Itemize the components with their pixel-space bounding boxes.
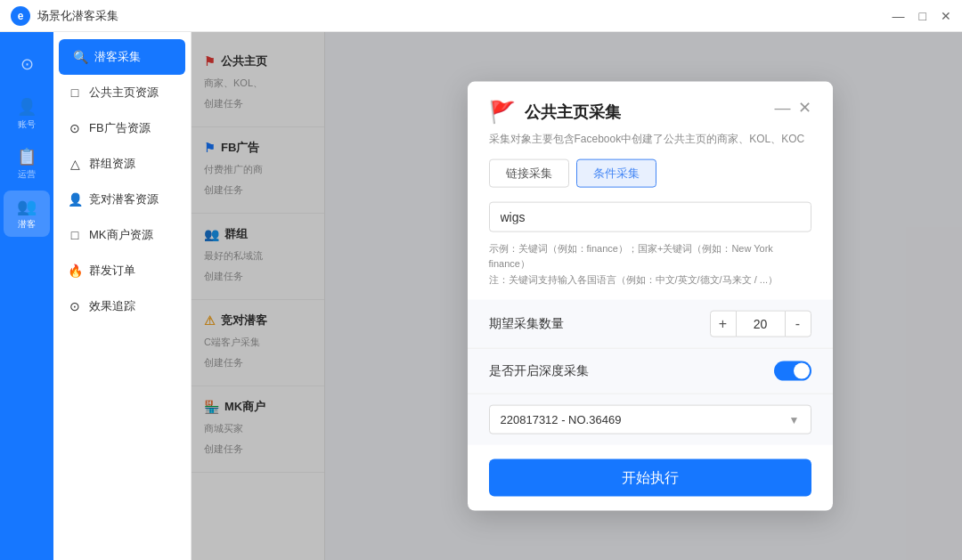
modal-header-left: 🚩 公共主页采集	[489, 99, 621, 124]
modal-close-btn[interactable]: ✕	[798, 99, 811, 115]
sidebar-item-collect[interactable]: 🔍 潜客采集	[59, 39, 185, 75]
nav-icon-account[interactable]: 👤 账号	[4, 91, 50, 137]
sidebar-public-label: 公共主页资源	[89, 85, 159, 101]
sidebar: 🔍 潜客采集 □ 公共主页资源 ⊙ FB广告资源 △ 群组资源 👤 竞对潜客资源…	[53, 32, 192, 560]
account-dropdown[interactable]: 220817312 - NO.36469 ▼	[489, 405, 811, 434]
content-area: ⚑ 公共主页 商家、KOL、 创建任务 ⚑ FB广告 付费推广的商 创建任务 👥…	[192, 32, 962, 560]
toggle-row: 是否开启深度采集	[468, 348, 833, 394]
count-controls: + -	[710, 311, 811, 337]
dropdown-arrow-icon: ▼	[789, 413, 800, 426]
sidebar-item-group[interactable]: △ 群组资源	[53, 146, 191, 182]
count-input[interactable]	[737, 311, 785, 337]
sidebar-item-effect-trace[interactable]: ⊙ 效果追踪	[53, 288, 191, 324]
sidebar-group-label: 群组资源	[89, 156, 135, 172]
nav-operation-label: 运营	[18, 168, 36, 181]
count-row: 期望采集数量 + -	[468, 300, 833, 348]
modal-title: 公共主页采集	[525, 101, 621, 122]
modal-dialog: 🚩 公共主页采集 — ✕ 采集对象主要包含Facebook中创建了公共主页的商家…	[468, 81, 833, 511]
sidebar-item-mk-merchant[interactable]: □ MK商户资源	[53, 217, 191, 253]
hint-line1: 示例：关键词（例如：finance）；国家+关键词（例如：New York	[489, 242, 773, 253]
close-window-btn[interactable]: ✕	[941, 10, 951, 22]
count-minus-btn[interactable]: -	[785, 311, 811, 337]
modal-input-wrap	[468, 201, 833, 231]
dropdown-wrap: 220817312 - NO.36469 ▼	[468, 394, 833, 445]
modal-tabs: 链接采集 条件采集	[468, 158, 833, 187]
modal-subtitle: 采集对象主要包含Facebook中创建了公共主页的商家、KOL、KOC	[468, 131, 833, 158]
start-execute-btn[interactable]: 开始执行	[489, 459, 811, 497]
deep-collect-toggle[interactable]	[774, 361, 811, 381]
title-bar-left: e 场景化潜客采集	[11, 6, 118, 26]
home-icon: ⊙	[17, 54, 37, 74]
tab-condition[interactable]: 条件采集	[576, 158, 656, 187]
nav-icons: ⊙ 👤 账号 📋 运营 👥 潜客	[0, 32, 53, 560]
competitor-icon: 👤	[68, 192, 82, 207]
tab-link[interactable]: 链接采集	[489, 158, 569, 187]
fb-ad-icon: ⊙	[68, 121, 82, 135]
sidebar-item-mass-order[interactable]: 🔥 群发订单	[53, 253, 191, 288]
title-bar-controls: — □ ✕	[893, 10, 951, 22]
app-logo: e	[11, 6, 30, 26]
minimize-window-btn[interactable]: —	[893, 10, 905, 22]
nav-icon-home[interactable]: ⊙	[4, 41, 50, 87]
collect-icon: 🔍	[73, 50, 87, 64]
sidebar-mass-order-label: 群发订单	[89, 263, 135, 279]
modal-footer: 开始执行	[468, 445, 833, 511]
group-icon: △	[68, 157, 82, 171]
sidebar-fb-ad-label: FB广告资源	[89, 120, 151, 136]
toggle-label: 是否开启深度采集	[489, 363, 589, 379]
modal-flag-icon: 🚩	[489, 99, 516, 124]
maximize-window-btn[interactable]: □	[919, 10, 926, 22]
sidebar-mk-merchant-label: MK商户资源	[89, 227, 153, 243]
title-bar: e 场景化潜客采集 — □ ✕	[0, 0, 962, 32]
count-plus-btn[interactable]: +	[710, 311, 737, 337]
sidebar-item-fb-ad[interactable]: ⊙ FB广告资源	[53, 110, 191, 146]
operation-icon: 📋	[17, 147, 37, 166]
sidebar-collect-label: 潜客采集	[94, 49, 141, 65]
mass-order-icon: 🔥	[68, 264, 82, 278]
count-label: 期望采集数量	[489, 316, 564, 332]
modal-header: 🚩 公共主页采集 — ✕	[468, 81, 833, 131]
dropdown-value: 220817312 - NO.36469	[501, 413, 622, 426]
app-title: 场景化潜客采集	[37, 8, 118, 24]
modal-header-controls: — ✕	[775, 99, 811, 115]
main-layout: ⊙ 👤 账号 📋 运营 👥 潜客 🔍 潜客采集 □ 公共主页资源 ⊙ FB广告资…	[0, 32, 962, 560]
hint-line2: finance）	[489, 258, 530, 269]
sidebar-item-competitor[interactable]: 👤 竞对潜客资源	[53, 182, 191, 217]
effect-trace-icon: ⊙	[68, 299, 82, 313]
modal-minimize-btn[interactable]: —	[775, 99, 791, 115]
nav-icon-customer[interactable]: 👥 潜客	[4, 191, 50, 237]
nav-customer-label: 潜客	[18, 218, 36, 231]
customer-icon: 👥	[17, 197, 37, 216]
nav-account-label: 账号	[18, 118, 36, 131]
hint-line3: 注：关键词支持输入各国语言（例如：中文/英文/德文/马来文 / ...）	[489, 273, 779, 284]
sidebar-competitor-label: 竞对潜客资源	[89, 191, 159, 207]
search-input[interactable]	[489, 201, 811, 231]
account-icon: 👤	[17, 97, 37, 117]
nav-icon-operation[interactable]: 📋 运营	[4, 141, 50, 187]
public-icon: □	[68, 85, 82, 100]
mk-merchant-icon: □	[68, 228, 82, 242]
modal-hint: 示例：关键词（例如：finance）；国家+关键词（例如：New York fi…	[468, 240, 833, 300]
sidebar-effect-trace-label: 效果追踪	[89, 298, 135, 314]
sidebar-item-public[interactable]: □ 公共主页资源	[53, 75, 191, 110]
